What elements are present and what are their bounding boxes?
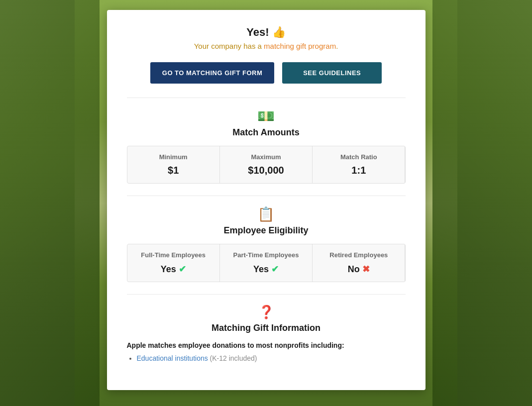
- info-description: Apple matches employee donations to most…: [127, 341, 406, 349]
- ratio-value: 1:1: [320, 165, 397, 176]
- main-card: Yes! 👍 Your company has a matching gift …: [107, 10, 426, 390]
- go-to-form-button[interactable]: GO TO MATCHING GIFT FORM: [150, 62, 274, 84]
- maximum-label: Maximum: [228, 153, 304, 161]
- match-amounts-section: 💵 Match Amounts Minimum $1 Maximum $10,0…: [127, 108, 406, 184]
- minimum-value: $1: [135, 165, 212, 176]
- list-item: Educational institutions (K-12 included): [137, 354, 406, 362]
- ratio-label: Match Ratio: [320, 153, 397, 161]
- matching-gift-info-section: ❓ Matching Gift Information Apple matche…: [127, 304, 406, 362]
- match-amounts-title: Match Amounts: [127, 127, 406, 138]
- educational-institutions-link[interactable]: Educational institutions: [137, 354, 208, 362]
- part-time-value: Yes ✔: [228, 264, 304, 275]
- divider-1: [127, 98, 406, 98]
- subtitle-period: .: [336, 42, 338, 50]
- info-header: ❓ Matching Gift Information: [127, 304, 406, 333]
- minimum-cell: Minimum $1: [127, 146, 219, 183]
- money-icon: 💵: [127, 108, 406, 124]
- employee-icon: 📋: [127, 206, 406, 222]
- full-time-cell: Full-Time Employees Yes ✔: [127, 244, 219, 282]
- part-time-label: Part-Time Employees: [228, 251, 304, 259]
- retired-x-icon: ✖: [362, 264, 370, 274]
- info-list: Educational institutions (K-12 included): [127, 354, 406, 362]
- full-time-value: Yes ✔: [135, 264, 212, 275]
- action-buttons: GO TO MATCHING GIFT FORM SEE GUIDELINES: [127, 62, 406, 84]
- see-guidelines-button[interactable]: SEE GUIDELINES: [282, 62, 382, 84]
- card-header: Yes! 👍 Your company has a matching gift …: [127, 26, 406, 50]
- yes-subtitle: Your company has a matching gift program…: [127, 42, 406, 50]
- employee-eligibility-section: 📋 Employee Eligibility Full-Time Employe…: [127, 206, 406, 282]
- retired-label: Retired Employees: [320, 251, 397, 259]
- full-time-label: Full-Time Employees: [135, 251, 212, 259]
- eligibility-title: Employee Eligibility: [127, 225, 406, 236]
- eligibility-grid: Full-Time Employees Yes ✔ Part-Time Empl…: [127, 244, 406, 282]
- divider-3: [127, 294, 406, 295]
- ratio-cell: Match Ratio 1:1: [313, 146, 405, 183]
- info-title: Matching Gift Information: [127, 323, 406, 333]
- part-time-cell: Part-Time Employees Yes ✔: [220, 244, 312, 282]
- subtitle-text: Your company has a: [194, 42, 264, 50]
- maximum-cell: Maximum $10,000: [220, 146, 312, 183]
- part-time-check-icon: ✔: [271, 264, 279, 274]
- info-icon: ❓: [127, 304, 406, 320]
- minimum-label: Minimum: [135, 153, 212, 161]
- maximum-value: $10,000: [228, 165, 304, 176]
- part-time-text: Yes: [253, 264, 269, 274]
- yes-title: Yes! 👍: [127, 26, 406, 39]
- educational-suffix: (K-12 included): [210, 354, 257, 362]
- divider-2: [127, 196, 406, 196]
- full-time-check-icon: ✔: [179, 264, 186, 274]
- matching-gift-link[interactable]: matching gift program: [264, 42, 336, 50]
- match-amounts-header: 💵 Match Amounts: [127, 108, 406, 138]
- amounts-grid: Minimum $1 Maximum $10,000 Match Ratio 1…: [127, 146, 406, 184]
- retired-value: No ✖: [320, 264, 397, 275]
- retired-cell: Retired Employees No ✖: [313, 244, 405, 282]
- retired-text: No: [348, 264, 360, 274]
- page-wrapper: Yes! 👍 Your company has a matching gift …: [0, 0, 532, 406]
- full-time-text: Yes: [161, 264, 176, 274]
- eligibility-header: 📋 Employee Eligibility: [127, 206, 406, 236]
